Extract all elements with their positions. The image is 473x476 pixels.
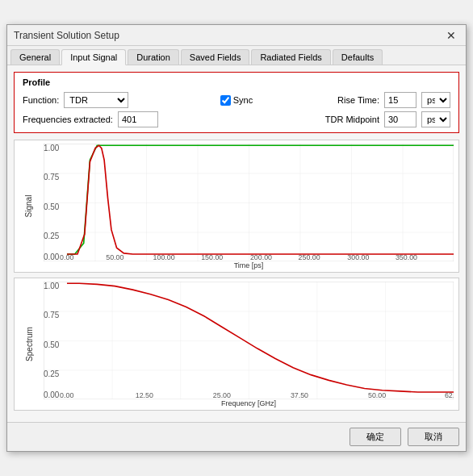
tdr-midpoint-group: TDR Midpoint psns [236, 111, 450, 127]
tab-duration[interactable]: Duration [128, 49, 179, 65]
svg-text:37.50: 37.50 [291, 391, 308, 399]
svg-rect-17 [44, 282, 454, 399]
svg-text:0.25: 0.25 [44, 232, 60, 240]
svg-text:0.75: 0.75 [44, 311, 60, 319]
tab-general[interactable]: General [10, 49, 60, 65]
tdr-midpoint-label: TDR Midpoint [325, 115, 379, 124]
tdr-midpoint-input[interactable] [384, 111, 416, 127]
function-select[interactable]: TDR [64, 92, 128, 108]
signal-y-label: Signal [25, 195, 34, 218]
main-window: Transient Solution Setup ✕ General Input… [6, 24, 467, 452]
profile-section: Profile Function: TDR Sync Rise Time: [14, 72, 459, 133]
profile-row-2: Frequencies extracted: TDR Midpoint psns [23, 111, 450, 127]
footer: 确定 取消 [7, 422, 466, 451]
svg-text:50.00: 50.00 [106, 253, 123, 261]
signal-chart: Signal 1.00 0.75 0.50 0.25 [14, 140, 459, 273]
spectrum-y-label: Spectrum [25, 327, 34, 361]
freq-extracted-group: Frequencies extracted: [23, 111, 236, 127]
signal-x-label: Time [ps] [44, 261, 454, 269]
sync-checkbox[interactable] [220, 95, 231, 106]
spectrum-chart: Spectrum 1.00 0.75 0.50 0.25 0. [14, 278, 459, 411]
cancel-button[interactable]: 取消 [408, 428, 459, 446]
svg-text:1.00: 1.00 [44, 282, 60, 290]
svg-rect-1 [44, 144, 454, 261]
svg-text:25.00: 25.00 [213, 391, 231, 399]
svg-text:1.00: 1.00 [44, 144, 60, 152]
spectrum-chart-svg: 1.00 0.75 0.50 0.25 0.00 0.00 12.50 25.0… [44, 282, 454, 399]
sync-group: Sync [165, 95, 308, 106]
svg-text:0.00: 0.00 [44, 390, 60, 399]
svg-text:0.00: 0.00 [44, 253, 60, 261]
function-label: Function: [23, 95, 59, 105]
svg-text:0.50: 0.50 [44, 203, 60, 211]
tab-saved-fields[interactable]: Saved Fields [181, 49, 250, 65]
svg-text:0.50: 0.50 [44, 340, 60, 349]
rise-time-group: Rise Time: psns [308, 92, 450, 108]
tdr-midpoint-unit-select[interactable]: psns [421, 111, 450, 127]
signal-chart-svg: 1.00 0.75 0.50 0.25 0.00 0.00 50.00 100.… [44, 144, 454, 261]
svg-text:0.00: 0.00 [60, 391, 73, 399]
tab-radiated-fields[interactable]: Radiated Fields [251, 49, 330, 65]
rise-time-label: Rise Time: [337, 95, 379, 105]
tab-defaults[interactable]: Defaults [333, 49, 383, 65]
freq-extracted-input[interactable] [118, 111, 158, 127]
function-group: Function: TDR [23, 92, 165, 108]
tab-bar: General Input Signal Duration Saved Fiel… [7, 46, 466, 65]
profile-label: Profile [23, 77, 450, 87]
rise-time-unit-select[interactable]: psns [421, 92, 450, 108]
content-area: Profile Function: TDR Sync Rise Time: [7, 65, 466, 422]
svg-text:50.00: 50.00 [368, 391, 386, 399]
svg-text:0.75: 0.75 [44, 173, 60, 182]
close-button[interactable]: ✕ [443, 29, 459, 42]
tab-input-signal[interactable]: Input Signal [61, 49, 126, 65]
confirm-button[interactable]: 确定 [350, 428, 401, 446]
svg-text:12.50: 12.50 [136, 391, 153, 399]
spectrum-x-label: Frequency [GHz] [44, 399, 454, 407]
title-bar: Transient Solution Setup ✕ [7, 25, 466, 46]
profile-row-1: Function: TDR Sync Rise Time: psns [23, 92, 450, 108]
sync-label: Sync [233, 95, 253, 106]
rise-time-input[interactable] [384, 92, 416, 108]
freq-extracted-label: Frequencies extracted: [23, 115, 113, 124]
svg-text:0.25: 0.25 [44, 370, 60, 378]
window-title: Transient Solution Setup [14, 30, 119, 41]
